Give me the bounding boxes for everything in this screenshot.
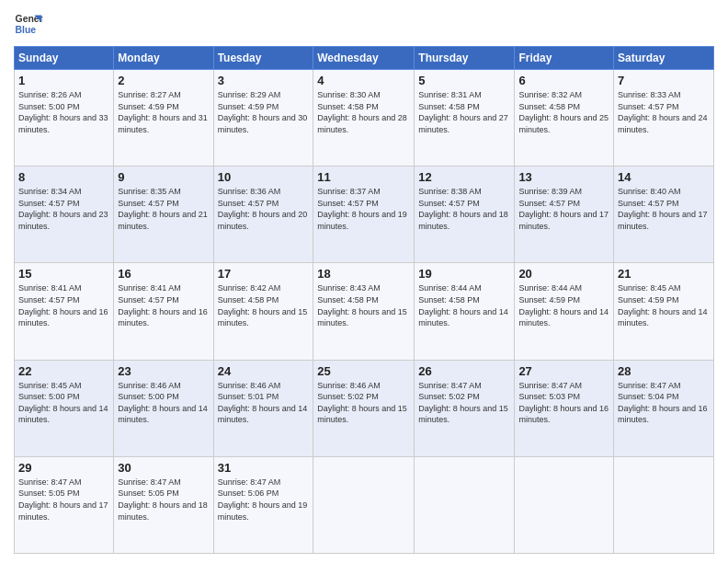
day-info: Sunrise: 8:33 AMSunset: 4:57 PMDaylight:… <box>618 90 708 134</box>
weekday-header-thursday: Thursday <box>415 47 515 70</box>
day-number: 5 <box>418 74 510 87</box>
day-cell: 11 Sunrise: 8:37 AMSunset: 4:57 PMDaylig… <box>313 167 415 263</box>
day-number: 10 <box>218 170 310 184</box>
day-number: 31 <box>218 461 310 475</box>
day-cell: 4 Sunrise: 8:30 AMSunset: 4:58 PMDayligh… <box>313 70 415 167</box>
day-cell: 15 Sunrise: 8:41 AMSunset: 4:57 PMDaylig… <box>15 263 114 360</box>
day-info: Sunrise: 8:34 AMSunset: 4:57 PMDaylight:… <box>18 187 108 231</box>
day-cell: 7 Sunrise: 8:33 AMSunset: 4:57 PMDayligh… <box>614 70 714 167</box>
day-info: Sunrise: 8:43 AMSunset: 4:58 PMDaylight:… <box>317 283 407 327</box>
day-cell <box>313 456 415 553</box>
day-cell: 31 Sunrise: 8:47 AMSunset: 5:06 PMDaylig… <box>213 456 313 553</box>
day-cell: 30 Sunrise: 8:47 AMSunset: 5:05 PMDaylig… <box>114 456 213 553</box>
day-cell: 20 Sunrise: 8:44 AMSunset: 4:59 PMDaylig… <box>515 263 614 360</box>
logo: General Blue <box>14 9 43 39</box>
day-cell: 17 Sunrise: 8:42 AMSunset: 4:58 PMDaylig… <box>213 263 313 360</box>
day-info: Sunrise: 8:30 AMSunset: 4:58 PMDaylight:… <box>317 90 407 134</box>
day-number: 17 <box>218 267 310 281</box>
weekday-header-sunday: Sunday <box>15 47 114 70</box>
day-number: 2 <box>118 74 209 87</box>
day-number: 24 <box>218 364 310 378</box>
day-number: 30 <box>118 461 209 475</box>
day-info: Sunrise: 8:37 AMSunset: 4:57 PMDaylight:… <box>317 187 407 231</box>
day-cell: 5 Sunrise: 8:31 AMSunset: 4:58 PMDayligh… <box>415 70 515 167</box>
day-info: Sunrise: 8:47 AMSunset: 5:05 PMDaylight:… <box>18 477 108 522</box>
day-number: 27 <box>518 364 609 378</box>
svg-text:Blue: Blue <box>16 25 37 35</box>
day-number: 22 <box>18 364 109 378</box>
weekday-header-wednesday: Wednesday <box>313 47 415 70</box>
day-info: Sunrise: 8:29 AMSunset: 4:59 PMDaylight:… <box>218 90 308 134</box>
day-info: Sunrise: 8:39 AMSunset: 4:57 PMDaylight:… <box>518 187 609 231</box>
day-cell: 21 Sunrise: 8:45 AMSunset: 4:59 PMDaylig… <box>614 263 714 360</box>
day-cell: 8 Sunrise: 8:34 AMSunset: 4:57 PMDayligh… <box>15 167 114 263</box>
day-number: 13 <box>518 170 609 184</box>
day-info: Sunrise: 8:35 AMSunset: 4:57 PMDaylight:… <box>118 187 208 231</box>
day-number: 12 <box>418 170 510 184</box>
day-info: Sunrise: 8:31 AMSunset: 4:58 PMDaylight:… <box>418 90 508 134</box>
day-number: 1 <box>18 74 109 87</box>
day-info: Sunrise: 8:36 AMSunset: 4:57 PMDaylight:… <box>218 187 308 231</box>
week-row-4: 22 Sunrise: 8:45 AMSunset: 5:00 PMDaylig… <box>15 360 714 456</box>
day-number: 18 <box>317 267 410 281</box>
day-info: Sunrise: 8:47 AMSunset: 5:02 PMDaylight:… <box>418 381 508 425</box>
day-number: 19 <box>418 267 510 281</box>
day-cell: 24 Sunrise: 8:46 AMSunset: 5:01 PMDaylig… <box>213 360 313 456</box>
day-number: 23 <box>118 364 209 378</box>
day-info: Sunrise: 8:46 AMSunset: 5:00 PMDaylight:… <box>118 381 208 425</box>
day-info: Sunrise: 8:26 AMSunset: 5:00 PMDaylight:… <box>18 90 108 134</box>
day-info: Sunrise: 8:47 AMSunset: 5:03 PMDaylight:… <box>518 381 609 425</box>
day-info: Sunrise: 8:47 AMSunset: 5:05 PMDaylight:… <box>118 477 208 522</box>
day-info: Sunrise: 8:46 AMSunset: 5:02 PMDaylight:… <box>317 381 407 425</box>
day-info: Sunrise: 8:45 AMSunset: 5:00 PMDaylight:… <box>18 381 108 425</box>
day-cell: 6 Sunrise: 8:32 AMSunset: 4:58 PMDayligh… <box>515 70 614 167</box>
calendar-table: SundayMondayTuesdayWednesdayThursdayFrid… <box>14 46 714 554</box>
day-cell: 12 Sunrise: 8:38 AMSunset: 4:57 PMDaylig… <box>415 167 515 263</box>
weekday-header-monday: Monday <box>114 47 213 70</box>
day-number: 26 <box>418 364 510 378</box>
day-cell: 27 Sunrise: 8:47 AMSunset: 5:03 PMDaylig… <box>515 360 614 456</box>
day-info: Sunrise: 8:47 AMSunset: 5:04 PMDaylight:… <box>618 381 708 425</box>
logo-icon: General Blue <box>14 9 43 39</box>
day-info: Sunrise: 8:45 AMSunset: 4:59 PMDaylight:… <box>618 283 708 327</box>
day-info: Sunrise: 8:40 AMSunset: 4:57 PMDaylight:… <box>618 187 708 231</box>
day-number: 28 <box>618 364 710 378</box>
weekday-header-saturday: Saturday <box>614 47 714 70</box>
day-cell: 9 Sunrise: 8:35 AMSunset: 4:57 PMDayligh… <box>114 167 213 263</box>
day-cell: 19 Sunrise: 8:44 AMSunset: 4:58 PMDaylig… <box>415 263 515 360</box>
header: General Blue <box>14 9 714 39</box>
day-cell: 18 Sunrise: 8:43 AMSunset: 4:58 PMDaylig… <box>313 263 415 360</box>
day-cell: 26 Sunrise: 8:47 AMSunset: 5:02 PMDaylig… <box>415 360 515 456</box>
day-cell <box>415 456 515 553</box>
day-number: 3 <box>218 74 310 87</box>
day-info: Sunrise: 8:27 AMSunset: 4:59 PMDaylight:… <box>118 90 208 134</box>
day-cell: 14 Sunrise: 8:40 AMSunset: 4:57 PMDaylig… <box>614 167 714 263</box>
day-number: 21 <box>618 267 710 281</box>
weekday-header-row: SundayMondayTuesdayWednesdayThursdayFrid… <box>15 47 714 70</box>
week-row-2: 8 Sunrise: 8:34 AMSunset: 4:57 PMDayligh… <box>15 167 714 263</box>
day-info: Sunrise: 8:44 AMSunset: 4:59 PMDaylight:… <box>518 283 609 327</box>
day-cell: 10 Sunrise: 8:36 AMSunset: 4:57 PMDaylig… <box>213 167 313 263</box>
day-number: 16 <box>118 267 209 281</box>
day-number: 14 <box>618 170 710 184</box>
weekday-header-tuesday: Tuesday <box>213 47 313 70</box>
day-cell: 28 Sunrise: 8:47 AMSunset: 5:04 PMDaylig… <box>614 360 714 456</box>
day-number: 20 <box>518 267 609 281</box>
week-row-1: 1 Sunrise: 8:26 AMSunset: 5:00 PMDayligh… <box>15 70 714 167</box>
day-number: 15 <box>18 267 109 281</box>
day-cell: 1 Sunrise: 8:26 AMSunset: 5:00 PMDayligh… <box>15 70 114 167</box>
day-info: Sunrise: 8:47 AMSunset: 5:06 PMDaylight:… <box>218 477 308 522</box>
day-info: Sunrise: 8:38 AMSunset: 4:57 PMDaylight:… <box>418 187 508 231</box>
day-number: 9 <box>118 170 209 184</box>
day-number: 11 <box>317 170 410 184</box>
day-info: Sunrise: 8:42 AMSunset: 4:58 PMDaylight:… <box>218 283 308 327</box>
day-cell <box>614 456 714 553</box>
day-number: 25 <box>317 364 410 378</box>
week-row-5: 29 Sunrise: 8:47 AMSunset: 5:05 PMDaylig… <box>15 456 714 553</box>
day-number: 6 <box>518 74 609 87</box>
day-cell: 2 Sunrise: 8:27 AMSunset: 4:59 PMDayligh… <box>114 70 213 167</box>
day-cell: 3 Sunrise: 8:29 AMSunset: 4:59 PMDayligh… <box>213 70 313 167</box>
day-cell: 13 Sunrise: 8:39 AMSunset: 4:57 PMDaylig… <box>515 167 614 263</box>
day-info: Sunrise: 8:41 AMSunset: 4:57 PMDaylight:… <box>18 283 108 327</box>
day-info: Sunrise: 8:46 AMSunset: 5:01 PMDaylight:… <box>218 381 308 425</box>
